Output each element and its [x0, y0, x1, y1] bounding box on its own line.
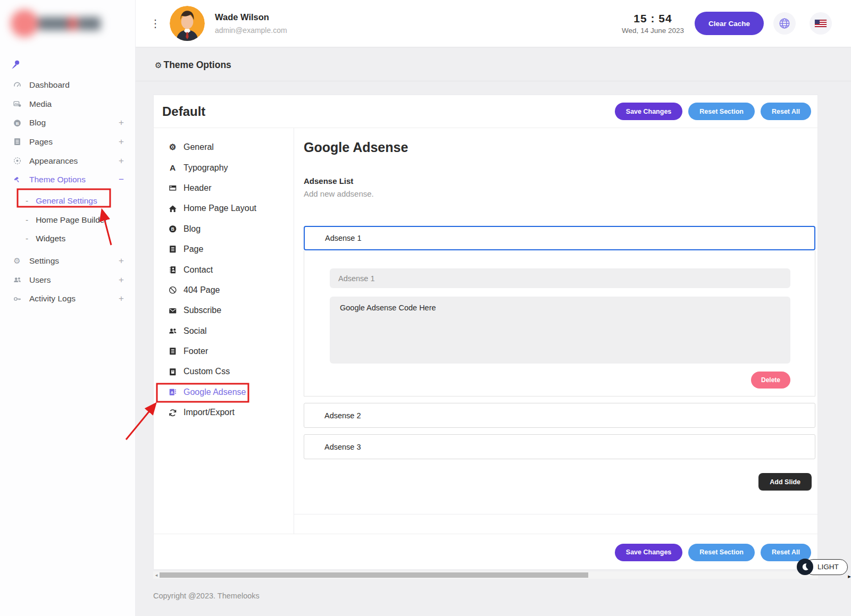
submenu-item-general-settings[interactable]: - General Settings	[0, 191, 135, 210]
submenu-bullet: -	[26, 215, 28, 225]
gear-icon: ⚙	[168, 142, 178, 152]
settings-nav: ⚙ General A Typography Header Home Page …	[154, 128, 294, 534]
topbar: ⋮ Wade Wilson admin@example.com 15 : 54 …	[136, 0, 851, 47]
panel-title: Default	[162, 104, 205, 119]
document-icon	[168, 245, 178, 254]
sidebar-item-users[interactable]: Users +	[0, 271, 135, 290]
panel-header: Default Save Changes Reset Section Reset…	[154, 95, 817, 128]
expand-plus-icon[interactable]: +	[119, 156, 124, 166]
settings-content: Google Adsense Adsense List Add new adds…	[294, 128, 817, 534]
pushpin-icon[interactable]	[11, 60, 21, 70]
sidebar-item-label: Media	[29, 99, 52, 109]
submenu-item-label: General Settings	[36, 196, 97, 206]
expand-plus-icon[interactable]: +	[119, 117, 124, 128]
theme-options-submenu: - General Settings - Home Page Builder -…	[0, 191, 135, 248]
reset-section-button-bottom[interactable]: Reset Section	[688, 544, 755, 561]
add-slide-button[interactable]: Add Slide	[758, 473, 812, 491]
settings-nav-label: Blog	[183, 224, 201, 234]
sidebar-item-media[interactable]: Media	[0, 95, 135, 114]
reset-all-button[interactable]: Reset All	[761, 103, 811, 120]
reset-section-button[interactable]: Reset Section	[688, 103, 755, 120]
sidebar-item-label: Settings	[29, 256, 59, 266]
paint-roller-icon	[12, 176, 22, 184]
settings-nav-label: Contact	[183, 265, 213, 275]
clear-cache-button[interactable]: Clear Cache	[695, 12, 764, 35]
svg-text:A: A	[170, 390, 173, 395]
sync-icon	[168, 409, 178, 417]
settings-nav-label: Typography	[183, 163, 228, 173]
settings-nav-home-page-layout[interactable]: Home Page Layout	[154, 198, 294, 218]
settings-nav-page[interactable]: Page	[154, 239, 294, 259]
settings-nav-typography[interactable]: A Typography	[154, 157, 294, 178]
expand-plus-icon[interactable]: +	[119, 275, 124, 285]
settings-nav-label: Google Adsense	[183, 387, 246, 397]
clock: 15 : 54 Wed, 14 June 2023	[622, 12, 684, 35]
language-button[interactable]	[773, 12, 796, 35]
sidebar-item-activity-logs[interactable]: Activity Logs +	[0, 290, 135, 309]
settings-nav-header[interactable]: Header	[154, 178, 294, 198]
document-icon	[12, 138, 22, 146]
sidebar-item-appearances[interactable]: Appearances +	[0, 151, 135, 171]
horizontal-scrollbar[interactable]: ◂	[153, 571, 818, 579]
panel-header-actions: Save Changes Reset Section Reset All	[615, 103, 811, 120]
settings-nav-contact[interactable]: Contact	[154, 259, 294, 280]
accordion-header-adsense-3[interactable]: Adsense 3	[304, 434, 815, 459]
settings-nav-general[interactable]: ⚙ General	[154, 137, 294, 157]
settings-nav-404-page[interactable]: 404 Page	[154, 280, 294, 300]
settings-nav-label: Footer	[183, 347, 208, 356]
accordion-header-adsense-1[interactable]: Adsense 1	[304, 226, 815, 250]
appearances-icon	[12, 157, 22, 165]
sidebar-item-theme-options[interactable]: Theme Options −	[0, 170, 135, 189]
settings-nav-subscribe[interactable]: Subscribe	[154, 300, 294, 320]
sidebar-item-dashboard[interactable]: Dashboard	[0, 75, 135, 95]
settings-nav-google-adsense[interactable]: A Google Adsense	[154, 382, 294, 402]
submenu-bullet: -	[26, 196, 28, 206]
adsense-code-textarea[interactable]: Google Adsense Code Here	[330, 297, 790, 364]
settings-nav-blog[interactable]: B Blog	[154, 219, 294, 239]
app-logo[interactable]	[4, 5, 108, 41]
sidebar-item-settings[interactable]: ⚙ Settings +	[0, 251, 135, 271]
expand-plus-icon[interactable]: +	[119, 137, 124, 147]
logo-mark	[11, 10, 38, 37]
users-icon	[168, 327, 178, 335]
settings-nav-social[interactable]: Social	[154, 321, 294, 341]
submenu-item-widgets[interactable]: - Widgets	[0, 230, 135, 249]
avatar[interactable]	[170, 6, 205, 41]
theme-mode-toggle[interactable]: LIGHT ▸	[797, 559, 848, 575]
delete-button[interactable]: Delete	[751, 372, 790, 389]
settings-nav-custom-css[interactable]: Custom Css	[154, 361, 294, 382]
settings-nav-label: Header	[183, 183, 211, 193]
settings-nav-footer[interactable]: Footer	[154, 341, 294, 361]
scroll-left-arrow-icon[interactable]: ◂	[153, 572, 160, 578]
save-changes-button[interactable]: Save Changes	[615, 103, 682, 120]
us-flag-icon	[815, 20, 827, 27]
moon-icon[interactable]	[797, 559, 813, 575]
settings-nav-import-export[interactable]: Import/Export	[154, 402, 294, 423]
locale-flag-button[interactable]	[810, 12, 832, 35]
copyright-text: Copyright @2023. Themelooks	[153, 592, 260, 600]
save-changes-button-bottom[interactable]: Save Changes	[615, 544, 682, 561]
adsense-name-input[interactable]	[330, 268, 790, 288]
clock-time: 15 : 54	[622, 12, 684, 25]
envelope-icon	[168, 307, 178, 315]
submenu-item-home-page-builder[interactable]: - Home Page Builder	[0, 210, 135, 230]
expand-plus-icon[interactable]: +	[119, 293, 124, 304]
theme-options-panel: Default Save Changes Reset Section Reset…	[153, 95, 818, 570]
submenu-bullet: -	[26, 234, 28, 243]
vertical-dots-menu-icon[interactable]: ⋮	[150, 18, 161, 29]
user-name: Wade Wilson	[215, 12, 287, 22]
sidebar-item-blog[interactable]: B Blog +	[0, 113, 135, 132]
settings-nav-label: Custom Css	[183, 367, 230, 376]
accordion-header-adsense-2[interactable]: Adsense 2	[304, 403, 815, 428]
breadcrumb: ⚙ Theme Options	[155, 60, 231, 71]
add-slide-row: Add Slide	[304, 473, 815, 491]
sidebar-item-pages[interactable]: Pages +	[0, 132, 135, 151]
scrollbar-thumb[interactable]	[160, 572, 588, 578]
settings-nav-label: Import/Export	[183, 408, 235, 417]
panel-body: ⚙ General A Typography Header Home Page …	[154, 128, 817, 534]
adsense-icon: A	[168, 388, 178, 396]
settings-nav-label: Social	[183, 326, 207, 336]
sidebar-item-label: Dashboard	[29, 80, 70, 90]
collapse-minus-icon[interactable]: −	[119, 174, 124, 185]
expand-plus-icon[interactable]: +	[119, 256, 124, 266]
